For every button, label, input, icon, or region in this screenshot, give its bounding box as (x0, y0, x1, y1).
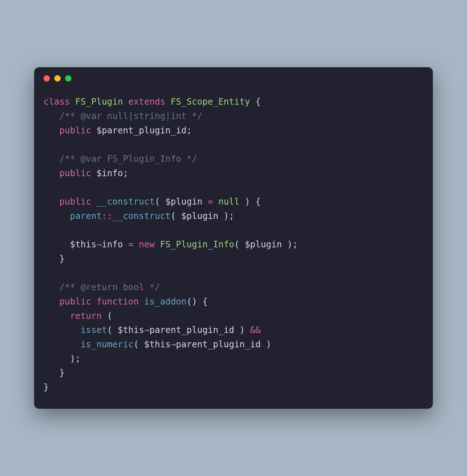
code-line: } (43, 367, 65, 378)
code-line: ); (43, 353, 80, 364)
maximize-icon[interactable] (65, 75, 71, 82)
code-line: return ( (43, 311, 112, 321)
code-line: /** @return bool */ (43, 282, 160, 292)
titlebar (34, 67, 433, 84)
code-line: parent::__construct( $plugin ); (43, 211, 234, 221)
code-content: class FS_Plugin extends FS_Scope_Entity … (34, 84, 433, 408)
code-line: /** @var FS_Plugin_Info */ (43, 154, 197, 164)
minimize-icon[interactable] (54, 75, 61, 82)
code-line: public __construct( $plugin = null ) { (43, 196, 261, 207)
code-line: /** @var null|string|int */ (43, 111, 203, 121)
code-window: class FS_Plugin extends FS_Scope_Entity … (34, 67, 433, 408)
code-line: public function is_addon() { (43, 296, 208, 307)
code-line: } (43, 382, 49, 392)
code-line: isset( $this→parent_plugin_id ) && (43, 325, 261, 335)
code-line: } (43, 253, 65, 264)
code-line: $this→info = new FS_Plugin_Info( $plugin… (43, 239, 298, 250)
close-icon[interactable] (43, 75, 50, 82)
code-line: is_numeric( $this→parent_plugin_id ) (43, 339, 271, 349)
code-line: public $parent_plugin_id; (43, 125, 192, 136)
code-line: class FS_Plugin extends FS_Scope_Entity … (43, 96, 261, 107)
code-line: public $info; (43, 168, 128, 178)
